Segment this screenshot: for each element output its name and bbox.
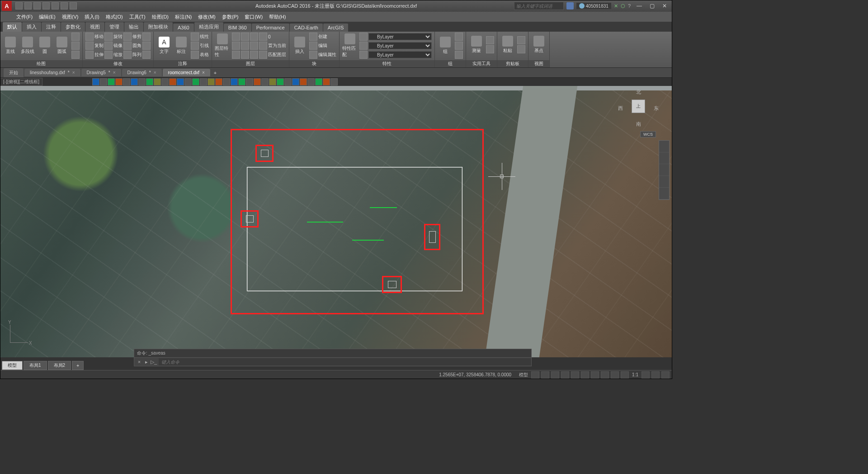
linetype-select[interactable]: ByLayer bbox=[368, 51, 432, 58]
toolbar-icon[interactable] bbox=[323, 78, 330, 85]
menu-tools[interactable]: 工具(T) bbox=[127, 13, 148, 21]
close-tab-icon[interactable]: × bbox=[154, 70, 156, 75]
app-logo[interactable]: A bbox=[2, 1, 12, 11]
layer-tool-icon[interactable] bbox=[259, 51, 267, 59]
layer-tool-icon[interactable] bbox=[241, 51, 249, 59]
polar-toggle-icon[interactable] bbox=[561, 371, 569, 379]
toolbar-icon[interactable] bbox=[269, 78, 276, 85]
draw-misc-icon[interactable] bbox=[71, 33, 80, 41]
stretch-icon[interactable] bbox=[85, 51, 94, 59]
toolbar-icon[interactable] bbox=[231, 78, 238, 85]
group-tool-icon[interactable] bbox=[455, 33, 463, 41]
linetype-icon[interactable] bbox=[359, 51, 368, 59]
menu-dimension[interactable]: 标注(N) bbox=[172, 13, 194, 21]
file-tab[interactable]: Drawing6*× bbox=[122, 69, 162, 76]
rotate-icon[interactable] bbox=[104, 33, 113, 41]
line-button[interactable]: 直线 bbox=[3, 33, 18, 58]
maximize-button[interactable]: ▢ bbox=[646, 2, 658, 10]
file-tab-active[interactable]: roomcorrect.dxf× bbox=[163, 69, 210, 76]
transparency-toggle-icon[interactable] bbox=[601, 371, 609, 379]
viewcube-face[interactable]: 上 bbox=[632, 100, 645, 113]
nav-wheel-icon[interactable] bbox=[659, 141, 669, 152]
cmd-close-icon[interactable]: × bbox=[136, 359, 142, 365]
toolbar-icon[interactable] bbox=[161, 78, 169, 85]
create-block-icon[interactable] bbox=[309, 33, 317, 41]
otrack-toggle-icon[interactable] bbox=[581, 371, 589, 379]
layout-tab[interactable]: 布局1 bbox=[24, 361, 47, 370]
layer-color-select[interactable]: ByLayer bbox=[368, 33, 432, 40]
drawing-canvas[interactable]: 北 南 西 东 上 WCS Y X bbox=[0, 86, 672, 357]
erase-icon[interactable] bbox=[142, 33, 151, 41]
offset-icon[interactable] bbox=[142, 51, 151, 59]
layer-tool-icon[interactable] bbox=[250, 42, 258, 50]
snap-toggle-icon[interactable] bbox=[541, 371, 549, 379]
lineweight-select[interactable]: ByLayer bbox=[368, 42, 432, 49]
toolbar-icon[interactable] bbox=[246, 78, 253, 85]
toolbar-icon[interactable] bbox=[184, 78, 192, 85]
menu-view[interactable]: 视图(V) bbox=[59, 13, 81, 21]
sc-toggle-icon[interactable] bbox=[621, 371, 629, 379]
ribbon-tab-a360[interactable]: A360 bbox=[173, 24, 194, 32]
toolbar-icon[interactable] bbox=[330, 78, 338, 85]
toolbar-icon[interactable] bbox=[108, 78, 115, 85]
toolbar-icon[interactable] bbox=[208, 78, 215, 85]
ribbon-tab-parametric[interactable]: 参数化 bbox=[61, 22, 85, 32]
toolbar-icon[interactable] bbox=[284, 78, 292, 85]
qat-saveas-icon[interactable] bbox=[42, 2, 50, 9]
help-search-input[interactable] bbox=[514, 2, 564, 10]
menu-window[interactable]: 窗口(W) bbox=[242, 13, 265, 21]
linear-dim-icon[interactable] bbox=[191, 33, 199, 41]
trim-icon[interactable] bbox=[123, 33, 132, 41]
circle-button[interactable]: 圆 bbox=[37, 33, 52, 58]
toolbar-icon[interactable] bbox=[261, 78, 269, 85]
a360-icon[interactable]: ⬡ bbox=[621, 3, 625, 9]
viewport-label[interactable]: [-][俯视][二维线框] bbox=[0, 78, 42, 86]
cut-icon[interactable] bbox=[517, 36, 525, 44]
customize-icon[interactable] bbox=[661, 371, 670, 379]
match-layer-icon[interactable] bbox=[232, 51, 240, 59]
qp-toggle-icon[interactable] bbox=[611, 371, 619, 379]
nav-orbit-icon[interactable] bbox=[659, 176, 669, 188]
toolbar-icon[interactable] bbox=[292, 78, 299, 85]
ribbon-tab-performance[interactable]: Performance bbox=[252, 24, 289, 32]
ribbon-tab-insert[interactable]: 插入 bbox=[22, 22, 41, 32]
layer-tool-icon[interactable] bbox=[241, 42, 249, 50]
draw-misc-icon[interactable] bbox=[71, 42, 80, 50]
ribbon-tab-bim360[interactable]: BIM 360 bbox=[224, 24, 251, 32]
viewcube-north[interactable]: 北 bbox=[618, 89, 659, 95]
info-icon[interactable] bbox=[566, 2, 574, 9]
close-button[interactable]: ✕ bbox=[659, 2, 670, 10]
minimize-button[interactable]: — bbox=[633, 2, 645, 10]
ribbon-tab-annotate[interactable]: 注释 bbox=[42, 22, 61, 32]
leader-icon[interactable] bbox=[191, 42, 199, 50]
help-icon[interactable]: ? bbox=[628, 3, 631, 9]
ribbon-tab-addins[interactable]: 附加模块 bbox=[144, 22, 173, 32]
ortho-toggle-icon[interactable] bbox=[551, 371, 559, 379]
dimension-button[interactable]: 标注 bbox=[174, 33, 189, 58]
toolbar-icon[interactable] bbox=[131, 78, 138, 85]
toolbar-icon[interactable] bbox=[123, 78, 130, 85]
menu-modify[interactable]: 修改(M) bbox=[195, 13, 218, 21]
toolbar-icon[interactable] bbox=[277, 78, 284, 85]
util-icon[interactable] bbox=[486, 45, 494, 53]
mirror-icon[interactable] bbox=[104, 42, 113, 50]
layer-tool-icon[interactable] bbox=[259, 42, 267, 50]
measure-button[interactable]: 测量 bbox=[469, 33, 484, 57]
nav-zoom-icon[interactable] bbox=[659, 164, 669, 176]
file-tab[interactable]: Drawing5*× bbox=[81, 69, 121, 76]
anno-toggle-icon[interactable] bbox=[642, 371, 650, 379]
toolbar-icon[interactable] bbox=[146, 78, 153, 85]
color-icon[interactable] bbox=[359, 33, 368, 41]
viewcube-south[interactable]: 南 bbox=[618, 121, 659, 128]
viewcube[interactable]: 北 南 西 东 上 bbox=[618, 89, 659, 129]
move-icon[interactable] bbox=[85, 33, 94, 41]
menu-draw[interactable]: 绘图(D) bbox=[149, 13, 171, 21]
menu-edit[interactable]: 编辑(E) bbox=[36, 13, 58, 21]
ribbon-tab-arcgis[interactable]: ArcGIS bbox=[323, 24, 348, 32]
qat-save-icon[interactable] bbox=[33, 2, 41, 9]
menu-help[interactable]: 帮助(H) bbox=[266, 13, 288, 21]
toolbar-icon[interactable] bbox=[92, 78, 99, 85]
layout-tab[interactable]: 布局2 bbox=[48, 361, 71, 370]
toolbar-icon[interactable] bbox=[215, 78, 222, 85]
menu-insert[interactable]: 插入(I) bbox=[82, 13, 102, 21]
